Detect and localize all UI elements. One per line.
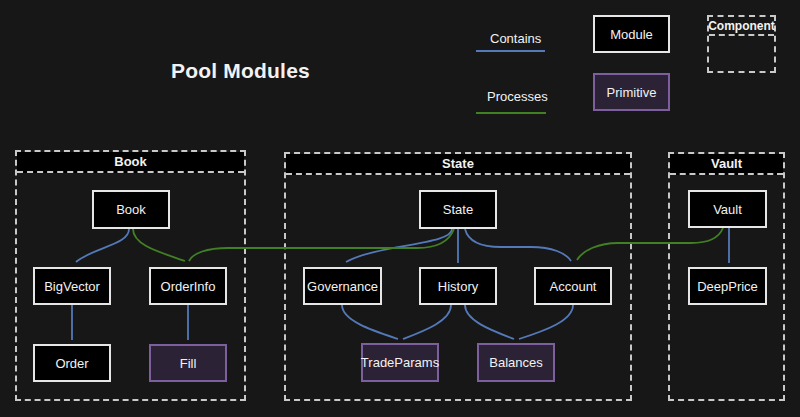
legend-component-box: Component [707, 15, 776, 73]
node-deepprice-label: DeepPrice [697, 279, 758, 294]
edge-state-account [465, 229, 571, 261]
node-governance: Governance [303, 267, 382, 305]
node-deepprice: DeepPrice [688, 267, 767, 305]
node-history-label: History [438, 279, 478, 294]
edge-history-balances [465, 305, 514, 339]
node-bigvector: BigVector [33, 267, 111, 305]
edge-governance-tradeparams [342, 305, 398, 339]
node-fill: Fill [149, 344, 227, 382]
node-order: Order [33, 344, 111, 382]
node-balances-label: Balances [489, 355, 542, 370]
node-account-label: Account [550, 279, 597, 294]
node-order-label: Order [55, 356, 88, 371]
node-vault: Vault [688, 190, 767, 228]
node-governance-label: Governance [307, 279, 378, 294]
node-history: History [419, 267, 497, 305]
node-account: Account [534, 267, 612, 305]
legend-component-label: Component [709, 17, 774, 36]
legend-module-box: Module [593, 15, 670, 53]
edge-book-bigvector [76, 229, 129, 262]
node-bigvector-label: BigVector [44, 279, 100, 294]
legend-module-label: Module [610, 27, 653, 42]
edge-account-balances [519, 305, 573, 339]
node-orderinfo-label: OrderInfo [161, 279, 216, 294]
edge-vault-account [577, 228, 723, 260]
node-vault-label: Vault [713, 202, 742, 217]
legend-primitive-box: Primitive [593, 73, 670, 111]
node-book: Book [92, 190, 170, 229]
node-book-label: Book [116, 202, 146, 217]
node-fill-label: Fill [180, 356, 197, 371]
legend-primitive-label: Primitive [607, 85, 657, 100]
diagram-canvas: Pool Modules Contains Processes Module P… [0, 0, 800, 417]
node-tradeparams: TradeParams [361, 343, 439, 382]
node-tradeparams-label: TradeParams [361, 355, 439, 370]
node-state: State [419, 190, 497, 229]
node-orderinfo: OrderInfo [149, 267, 227, 305]
edge-book-orderinfo [133, 229, 185, 261]
node-balances: Balances [477, 343, 555, 382]
node-state-label: State [443, 202, 473, 217]
edge-history-tradeparams [403, 305, 451, 339]
